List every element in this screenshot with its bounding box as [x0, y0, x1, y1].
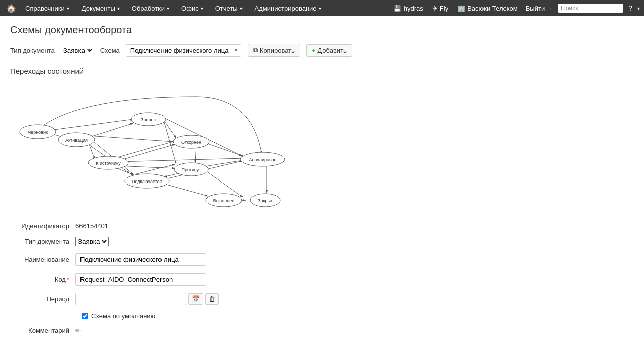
calendar-button[interactable]: 📅: [188, 293, 203, 305]
svg-line-25: [118, 144, 175, 161]
svg-text:Подключается: Подключается: [132, 179, 162, 184]
id-value: 666154401: [75, 222, 108, 230]
top-navigation: 🏠 Справочники ▾ Документы ▾ Обработки ▾ …: [0, 0, 644, 16]
trash-icon: 🗑: [209, 295, 215, 303]
nav-item-справочники[interactable]: Справочники ▾: [20, 0, 74, 16]
svg-text:Выполнен: Выполнен: [213, 198, 234, 203]
period-input[interactable]: [75, 293, 186, 305]
copy-button[interactable]: ⧉ Копировать: [248, 44, 300, 57]
page-title: Схемы документооборота: [10, 24, 634, 36]
svg-line-15: [202, 160, 243, 167]
workflow-graph: Черновик Активация Запрос К источнику От…: [10, 81, 302, 212]
add-button[interactable]: + Добавить: [306, 44, 352, 57]
chevron-down-icon: ▾: [201, 6, 203, 11]
schema-select[interactable]: Подключение физического лица: [126, 44, 242, 57]
edit-icon[interactable]: ✏: [75, 327, 81, 334]
page-content: Схемы документооборота Тип документа Зая…: [0, 16, 644, 349]
id-row: Идентификатор 666154401: [10, 222, 634, 230]
nav-item-администрирование[interactable]: Администрирование ▾: [250, 0, 327, 16]
chevron-down-icon: ▾: [67, 6, 69, 11]
svg-text:К источнику: К источнику: [96, 161, 121, 166]
add-icon: +: [312, 47, 316, 54]
toolbar: Тип документа Заявка Схема Подключение ф…: [10, 44, 634, 57]
clear-period-button[interactable]: 🗑: [205, 293, 219, 305]
default-schema-label: Схема по умолчанию: [91, 312, 155, 320]
chevron-down-icon: ▾: [167, 6, 169, 11]
form-row-name: Наименование: [10, 253, 634, 266]
help-chevron-icon: ▾: [637, 6, 640, 11]
svg-line-17: [161, 183, 208, 196]
form-period-label: Период: [10, 295, 75, 303]
form-row-period: Период 📅 🗑: [10, 293, 634, 305]
svg-text:Закрыт: Закрыт: [258, 198, 273, 203]
form-doc-type-select[interactable]: Заявка: [75, 237, 109, 246]
logout-icon: →: [546, 5, 553, 12]
svg-text:Активация: Активация: [65, 138, 88, 143]
plane-icon: ✈: [432, 5, 438, 12]
id-label: Идентификатор: [10, 222, 75, 230]
nav-item-документы[interactable]: Документы ▾: [76, 0, 125, 16]
svg-line-5: [90, 136, 174, 142]
chevron-down-icon: ▾: [117, 6, 120, 11]
comment-label: Комментарий: [10, 327, 75, 334]
svg-line-24: [135, 164, 175, 174]
home-icon: 🏠: [6, 4, 16, 13]
svg-text:Черновик: Черновик: [28, 130, 48, 135]
form-doc-type-label: Тип документа: [10, 238, 75, 245]
search-input[interactable]: [558, 4, 623, 13]
svg-text:Аннулирован: Аннулирован: [249, 157, 276, 162]
form-name-label: Наименование: [10, 256, 75, 263]
form-fields: Идентификатор 666154401 Тип документа За…: [10, 222, 634, 334]
help-button[interactable]: ?: [626, 4, 634, 12]
company-user[interactable]: 🏢 Васюки Телеком: [454, 5, 521, 12]
form-row-doc-type: Тип документа Заявка: [10, 237, 634, 246]
chevron-down-icon: ▾: [319, 6, 321, 11]
svg-text:Протянут: Протянут: [182, 167, 201, 172]
transitions-section: Переходы состояний: [10, 67, 634, 334]
database-icon: 💾: [393, 5, 401, 12]
default-schema-row: Схема по умолчанию: [82, 312, 634, 320]
workflow-svg: Черновик Активация Запрос К источнику От…: [10, 81, 302, 212]
default-schema-checkbox[interactable]: [82, 313, 88, 319]
transitions-title: Переходы состояний: [10, 67, 634, 75]
hydras-user[interactable]: 💾 hydras: [390, 5, 426, 12]
building-icon: 🏢: [457, 5, 465, 12]
code-input[interactable]: [75, 273, 206, 286]
home-button[interactable]: 🏠: [4, 1, 18, 15]
svg-text:Запрос: Запрос: [141, 117, 156, 122]
copy-icon: ⧉: [253, 46, 258, 54]
name-input[interactable]: [75, 253, 206, 266]
svg-line-22: [111, 141, 176, 159]
doc-type-select-wrap: Заявка: [61, 46, 94, 55]
calendar-icon: 📅: [192, 295, 200, 303]
form-doc-type-select-wrap: Заявка: [75, 237, 109, 246]
nav-right-section: 💾 hydras ✈ Fly 🏢 Васюки Телеком Выйти → …: [390, 4, 640, 13]
comment-row: Комментарий ✏: [10, 327, 634, 334]
svg-line-23: [204, 169, 243, 197]
schema-label: Схема: [100, 47, 120, 54]
svg-line-3: [91, 123, 133, 137]
svg-line-2: [50, 119, 133, 130]
svg-text:Откорнен: Откорнен: [181, 140, 201, 145]
svg-line-12: [118, 158, 243, 162]
logout-button[interactable]: Выйти →: [524, 5, 555, 12]
form-row-code: Код: [10, 273, 634, 286]
doc-type-select[interactable]: Заявка: [61, 46, 94, 55]
svg-line-11: [116, 168, 134, 175]
schema-select-wrap: Подключение физического лица: [126, 44, 242, 57]
chevron-down-icon: ▾: [240, 6, 243, 11]
nav-item-обработки[interactable]: Обработки ▾: [127, 0, 174, 16]
doc-type-label: Тип документа: [10, 47, 55, 54]
fly-user[interactable]: ✈ Fly: [429, 5, 451, 12]
nav-item-отчеты[interactable]: Отчеты ▾: [210, 0, 248, 16]
nav-item-офис[interactable]: Офис ▾: [176, 0, 208, 16]
period-wrap: 📅 🗑: [75, 293, 219, 305]
form-code-label: Код: [10, 276, 75, 283]
